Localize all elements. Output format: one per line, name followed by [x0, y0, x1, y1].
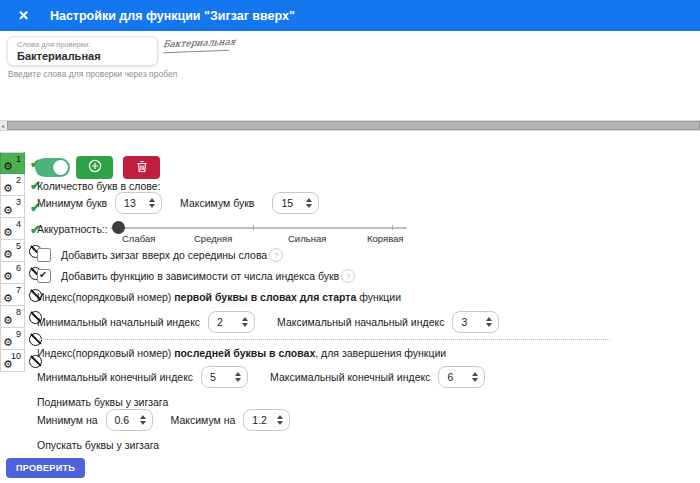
sidebar-item-number: 8 — [16, 307, 21, 317]
gear-icon: ⚙ — [3, 337, 13, 348]
slider-tick — [253, 225, 254, 230]
accuracy-tick-medium: Средняя — [194, 233, 232, 244]
circle-plus-icon — [88, 159, 102, 176]
handwriting-baseline — [163, 50, 229, 53]
min-letters-stepper[interactable]: 13 — [115, 192, 162, 214]
min-end-index-stepper[interactable]: 5 — [201, 366, 248, 388]
max-letters-label: Максимум букв — [180, 197, 254, 209]
min-start-index-value: 2 — [217, 316, 223, 328]
close-icon[interactable]: ✕ — [18, 8, 29, 23]
min-letters-value: 13 — [124, 197, 136, 209]
raise-letters-row: Минимум на 0.6 Максимум на 1.2 — [37, 409, 290, 431]
min-end-index-value: 5 — [210, 371, 216, 383]
min-end-index-label: Минимальный конечный индекс — [37, 371, 193, 383]
stepper-arrows-icon[interactable] — [472, 372, 478, 382]
horizontal-scrollbar[interactable]: ◂ — [0, 120, 700, 131]
max-start-index-value: 3 — [461, 316, 467, 328]
index-checkbox-row: Добавить функцию в зависимости от числа … — [37, 269, 355, 283]
gear-icon: ⚙ — [3, 227, 13, 238]
stepper-arrows-icon[interactable] — [277, 415, 283, 425]
letters-count-title: Количество букв в слове: — [37, 180, 160, 192]
gear-icon: ⚙ — [3, 249, 13, 260]
raise-max-label: Максимум на — [171, 414, 236, 426]
sidebar-item-2[interactable]: ⚙2 — [0, 174, 25, 196]
raise-max-value: 1.2 — [252, 414, 267, 426]
max-end-index-stepper[interactable]: 6 — [438, 366, 485, 388]
check-words-input[interactable]: Бактериальная — [17, 50, 148, 62]
scrollbar-thumb[interactable] — [7, 121, 700, 130]
sidebar-item-6[interactable]: ⚙6 — [0, 262, 25, 284]
sidebar-item-number: 4 — [16, 219, 21, 229]
lower-letters-title: Опускать буквы у зигзага — [37, 439, 159, 451]
sidebar-item-number: 6 — [16, 263, 21, 273]
min-start-index-label: Минимальный начальный индекс — [37, 316, 200, 328]
letters-count-row: Минимум букв 13 Максимум букв 15 — [37, 192, 319, 214]
raise-letters-title: Поднимать буквы у зигзага — [37, 396, 168, 408]
sidebar-item-number: 1 — [16, 154, 21, 164]
raise-min-stepper[interactable]: 0.6 — [106, 409, 153, 431]
stepper-arrows-icon[interactable] — [486, 317, 492, 327]
max-end-index-label: Максимальный конечный индекс — [270, 371, 430, 383]
sidebar-item-number: 3 — [16, 197, 21, 207]
accuracy-tick-strong: Сильная — [288, 233, 326, 244]
gear-icon: ⚙ — [3, 293, 13, 304]
sidebar-item-10[interactable]: ⚙10 — [0, 350, 25, 372]
index-checkbox-label: Добавить функцию в зависимости от числа … — [61, 270, 339, 282]
midword-checkbox[interactable] — [37, 248, 51, 262]
end-index-title: Индекс(порядковый номер) последней буквы… — [37, 347, 446, 359]
help-icon[interactable]: ? — [341, 269, 355, 283]
stepper-arrows-icon[interactable] — [235, 372, 241, 382]
handwriting-preview: Бактериальная — [163, 37, 229, 53]
max-start-index-label: Максимальный начальный индекс — [277, 316, 444, 328]
index-checkbox[interactable] — [37, 269, 51, 283]
slider-track[interactable] — [110, 227, 407, 229]
stepper-arrows-icon[interactable] — [306, 198, 312, 208]
min-letters-label: Минимум букв — [37, 197, 107, 209]
sidebar-item-number: 5 — [16, 241, 21, 251]
handwriting-preview-text: Бактериальная — [162, 37, 229, 49]
min-start-index-stepper[interactable]: 2 — [208, 311, 255, 333]
scroll-left-icon[interactable]: ◂ — [1, 122, 4, 129]
dialog-title: Настройки для функции "Зигзаг вверх" — [50, 9, 295, 23]
sidebar-item-number: 2 — [16, 175, 21, 185]
max-letters-stepper[interactable]: 15 — [272, 192, 319, 214]
section-divider — [37, 339, 610, 340]
help-icon[interactable]: ? — [269, 248, 283, 262]
sidebar-item-8[interactable]: ⚙8 — [0, 306, 25, 328]
midword-checkbox-label: Добавить зигзаг вверх до середины слова — [61, 249, 267, 261]
raise-max-stepper[interactable]: 1.2 — [243, 409, 290, 431]
sidebar-item-number: 10 — [11, 351, 21, 361]
settings-window: ✕ Настройки для функции "Зигзаг вверх" С… — [0, 0, 700, 483]
add-function-button[interactable] — [76, 156, 113, 179]
check-words-card[interactable]: Слова для проверки: Бактериальная — [7, 36, 158, 66]
gear-icon: ⚙ — [3, 183, 13, 194]
sidebar-item-1[interactable]: ⚙1 — [0, 152, 25, 174]
sidebar-item-3[interactable]: ⚙3 — [0, 196, 25, 218]
check-words-label: Слова для проверки: — [17, 40, 148, 49]
slider-tick — [392, 225, 393, 230]
sidebar-item-9[interactable]: ⚙9 — [0, 328, 25, 350]
gear-icon: ⚙ — [3, 161, 13, 172]
sidebar-item-5[interactable]: ⚙5 — [0, 240, 25, 262]
enable-toggle[interactable] — [35, 158, 70, 177]
stepper-arrows-icon[interactable] — [149, 198, 155, 208]
function-controls-row — [35, 156, 160, 179]
trash-icon — [136, 160, 148, 176]
delete-function-button[interactable] — [123, 156, 160, 179]
raise-min-label: Минимум на — [37, 414, 98, 426]
stepper-arrows-icon[interactable] — [242, 317, 248, 327]
max-end-index-value: 6 — [447, 371, 453, 383]
check-words-hint: Введите слова для проверки через пробел — [8, 69, 177, 79]
check-button[interactable]: ПРОВЕРИТЬ — [6, 458, 85, 478]
gear-icon: ⚙ — [3, 205, 13, 216]
sidebar-item-7[interactable]: ⚙7 — [0, 284, 25, 306]
midword-checkbox-row: Добавить зигзаг вверх до середины слова … — [37, 248, 283, 262]
raise-min-value: 0.6 — [115, 414, 130, 426]
start-index-row: Минимальный начальный индекс 2 Максималь… — [37, 311, 499, 333]
max-start-index-stepper[interactable]: 3 — [452, 311, 499, 333]
sidebar-item-4[interactable]: ⚙4 — [0, 218, 25, 240]
stepper-arrows-icon[interactable] — [140, 415, 146, 425]
sidebar-item-number: 9 — [16, 329, 21, 339]
toggle-knob — [53, 160, 68, 175]
dialog-header: ✕ Настройки для функции "Зигзаг вверх" — [0, 0, 700, 31]
